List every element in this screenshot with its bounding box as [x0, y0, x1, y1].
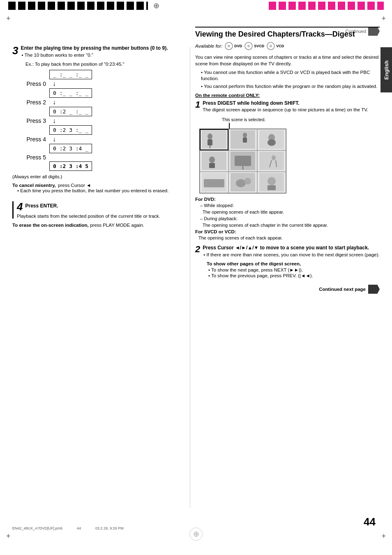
disc-vcd: VCD	[266, 41, 284, 51]
top-decorative-bar: ⊕	[0, 0, 392, 12]
step1-right-section: 1 Press DIGEST while holding down SHIFT.…	[195, 100, 380, 241]
time-arrow-2: Press 2 ↓	[21, 99, 185, 106]
svg-point-33	[244, 178, 251, 184]
time-row-1: 0 :_ _ :_ _	[21, 88, 185, 98]
erase-label: To erase the on-screen indication,	[12, 223, 89, 228]
step4-section: 4 Press ENTER. Playback starts from the …	[12, 201, 185, 219]
footer-page-num: 44	[77, 526, 81, 530]
scene-cell-3	[257, 129, 286, 150]
page-number: 44	[364, 516, 376, 528]
disc-vcd-label: VCD	[276, 44, 284, 48]
footer-left-text: EN42_48UX_A7DVD[UF].pm6	[12, 526, 62, 530]
erase-instruction: To erase the on-screen indication, press…	[12, 223, 185, 228]
time-row-4: 0 :2 3 :4 _	[21, 144, 185, 153]
arrow-down-icon-0: Press 0	[21, 81, 49, 87]
scene-cell-4	[200, 150, 228, 172]
time-display-0: _ :_ _ :_ _	[49, 70, 92, 79]
scene-cell-2	[228, 129, 257, 150]
arrow-down-icon-5: Press 5	[21, 154, 49, 161]
available-label: Available for:	[195, 44, 222, 48]
available-row: Available for: DVD SVCD	[195, 41, 380, 51]
disc-svcd-label: SVCD	[254, 44, 264, 48]
to-show-item-2: • To show the previous page, press PREV.…	[208, 273, 380, 278]
step3-example: Ex.: To play back from the position of "…	[25, 62, 185, 67]
step1-right-number: 1	[195, 100, 200, 109]
to-show-label: To show other pages of the digest screen…	[207, 261, 380, 266]
for-dvd-label: For DVD:	[195, 197, 380, 202]
footer-filename: EN42_48UX_A7DVD[UF].pm6 44 03.2.26, 9:26…	[12, 526, 124, 530]
scene-cell-6	[257, 150, 286, 172]
step3-number: 3	[12, 45, 18, 56]
time-display-4: 0 :2 3 :4 _	[49, 144, 92, 153]
scene-cell-9	[257, 172, 286, 193]
continued-next-page: Continued next page	[195, 285, 380, 294]
main-content: Continued English 3 Enter the playing ti…	[12, 23, 380, 532]
svg-rect-11	[208, 139, 212, 145]
disc-svcd: SVCD	[244, 41, 264, 51]
svg-point-5	[248, 46, 249, 46]
erase-text: press PLAY MODE again.	[90, 223, 144, 228]
step3-section: 3 Enter the playing time by pressing the…	[12, 45, 185, 193]
step2-bullet1: If there are more than nine scenes, you …	[203, 252, 380, 258]
step2-right-section: 2 Press Cursor ◄/►/▲/▼ to move to a scen…	[195, 245, 380, 278]
bullet-1: You cannot use this function while a SVC…	[201, 69, 380, 82]
step4-body: Playback starts from the selected positi…	[17, 214, 185, 219]
top-bar-right-stripes	[269, 2, 384, 10]
svg-point-10	[208, 134, 212, 139]
dvd-disc-icon	[224, 41, 233, 51]
svg-point-18	[267, 139, 276, 146]
reg-mark-bottom-right: +	[381, 532, 386, 541]
section-divider	[195, 27, 380, 28]
to-show-item-1: • To show the next page, press NEXT (►►|…	[208, 267, 380, 272]
svg-point-20	[209, 157, 215, 163]
svg-point-14	[243, 133, 247, 138]
right-column: Viewing the Desired Chapters/Tracks—Dige…	[195, 27, 380, 508]
time-arrow-0: Press 0 ↓	[21, 80, 185, 88]
svg-point-35	[267, 177, 276, 185]
disc-dvd: DVD	[224, 41, 242, 51]
reg-mark-bottom-left: +	[6, 532, 11, 541]
step1-right-header: Press DIGEST while holding down SHIFT.	[203, 100, 368, 106]
time-arrow-4: Press 4 ↓	[21, 136, 185, 143]
time-diagram: _ :_ _ :_ _ Press 0 ↓ 0 :_ _ :_ _ Press …	[21, 70, 185, 171]
reg-mark-top-left: +	[6, 14, 11, 23]
step3-header: Enter the playing time by pressing the n…	[21, 45, 168, 51]
for-dvd-item-2: The opening scenes of each title appear.	[203, 209, 380, 215]
time-display-3: 0 :2 3 :_ _	[49, 125, 92, 135]
cancel-text: press Cursor ◄	[58, 183, 91, 188]
svg-rect-36	[267, 185, 276, 190]
english-tab: English	[380, 47, 392, 92]
time-arrow-5: Press 5	[21, 154, 185, 161]
continued-next-text: Continued next page	[319, 287, 366, 292]
cancel-subtext: • Each time you press the button, the la…	[17, 188, 185, 193]
reg-mark-top-right: +	[381, 14, 386, 23]
disc-dvd-label: DVD	[234, 44, 242, 48]
svg-rect-30	[204, 179, 224, 187]
for-svcd-text: The opening scenes of each track appear.	[198, 235, 380, 241]
svg-point-32	[236, 179, 246, 187]
left-column: 3 Enter the playing time by pressing the…	[12, 45, 185, 508]
scene-cell-1	[200, 129, 228, 150]
time-display-final: 0 :2 3 :4 5	[49, 161, 92, 171]
bullet-2: You cannot perform this function while t…	[201, 83, 380, 90]
arrow-down-icon-4: Press 4	[21, 136, 49, 143]
time-row-3: 0 :2 3 :_ _	[21, 125, 185, 135]
intro-text: You can view nine opening scenes of chap…	[195, 54, 380, 67]
top-bar-left-stripes	[8, 2, 148, 10]
scene-cell-8	[228, 172, 257, 193]
time-row-0: _ :_ _ :_ _	[21, 70, 185, 79]
svg-point-8	[270, 46, 271, 46]
time-row-5: 0 :2 3 :4 5	[21, 161, 185, 171]
for-dvd-item-1: – While stopped:	[200, 203, 380, 208]
time-display-1: 0 :_ _ :_ _	[49, 88, 92, 98]
section-title: Viewing the Desired Chapters/Tracks—Dige…	[195, 30, 380, 39]
for-dvd-item-3: – During playback:	[200, 216, 380, 221]
step2-right-number: 2	[195, 245, 200, 254]
scene-selected-label: This scene is selected.	[222, 117, 265, 122]
scene-cell-7	[200, 172, 228, 193]
time-arrow-3: Press 3 ↓	[21, 117, 185, 124]
scene-diagram: This scene is selected.	[195, 117, 380, 193]
svg-rect-23	[235, 156, 251, 166]
svg-rect-21	[209, 163, 215, 168]
always-text: (Always enter all digits.)	[12, 174, 185, 179]
